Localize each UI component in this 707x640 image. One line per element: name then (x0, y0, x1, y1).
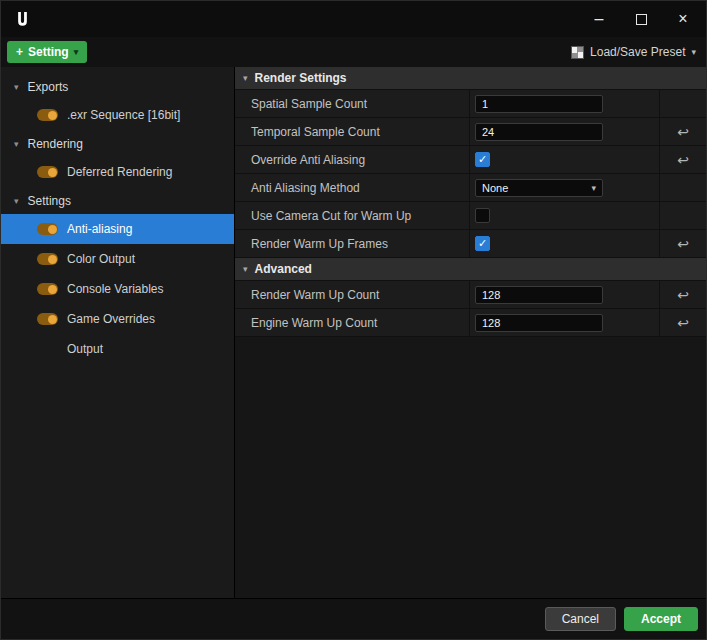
sidebar-item-label: Deferred Rendering (67, 165, 172, 179)
enabled-toggle[interactable] (37, 313, 58, 325)
section-label: Render Settings (255, 71, 347, 85)
reset-cell: ↩ (660, 146, 706, 173)
sidebar-item-console-variables[interactable]: Console Variables (1, 274, 234, 304)
preset-label: Load/Save Preset (590, 45, 685, 59)
sidebar-group-settings[interactable]: ▾Settings (1, 187, 234, 214)
sidebar-group-rendering[interactable]: ▾Rendering (1, 130, 234, 157)
reset-cell: ↩ (660, 281, 706, 308)
sidebar-item-output[interactable]: Output (1, 334, 234, 364)
render-settings-window: – × + Setting ▾ Load/Save Preset ▾ ▾Expo… (0, 0, 707, 640)
property-label: Temporal Sample Count (235, 118, 470, 145)
property-label: Render Warm Up Frames (235, 230, 470, 257)
use-camera-cut-for-warm-up-checkbox[interactable] (475, 208, 490, 223)
spatial-sample-count-input[interactable] (475, 95, 603, 113)
property-label: Anti Aliasing Method (235, 174, 470, 201)
enabled-toggle[interactable] (37, 253, 58, 265)
sidebar-item-anti-aliasing[interactable]: Anti-aliasing (1, 214, 234, 244)
property-row-temporal-sample-count: Temporal Sample Count↩ (235, 118, 706, 146)
minimize-button[interactable]: – (578, 3, 620, 35)
render-warm-up-count-input[interactable] (475, 286, 603, 304)
reset-to-default-icon[interactable]: ↩ (677, 236, 689, 252)
settings-sidebar: ▾Exports.exr Sequence [16bit]▾RenderingD… (1, 67, 234, 598)
toolbar: + Setting ▾ Load/Save Preset ▾ (1, 37, 706, 67)
toggle-spacer (37, 343, 58, 355)
section-header-advanced[interactable]: ▾Advanced (235, 258, 706, 281)
property-control (470, 90, 660, 117)
window-controls: – × (578, 3, 704, 35)
enabled-toggle[interactable] (37, 166, 58, 178)
sidebar-item-label: Color Output (67, 252, 135, 266)
property-label: Render Warm Up Count (235, 281, 470, 308)
accept-button[interactable]: Accept (624, 607, 698, 631)
chevron-down-icon: ▾ (243, 73, 248, 83)
chevron-down-icon: ▾ (14, 139, 19, 149)
section-label: Advanced (255, 262, 312, 276)
property-row-spatial-sample-count: Spatial Sample Count (235, 90, 706, 118)
sidebar-item-label: .exr Sequence [16bit] (67, 108, 180, 122)
property-row-override-anti-aliasing: Override Anti Aliasing✓↩ (235, 146, 706, 174)
property-label: Use Camera Cut for Warm Up (235, 202, 470, 229)
chevron-down-icon: ▾ (74, 47, 79, 57)
enabled-toggle[interactable] (37, 223, 58, 235)
cancel-button[interactable]: Cancel (545, 607, 616, 631)
sidebar-item-label: Output (67, 342, 103, 356)
reset-to-default-icon[interactable]: ↩ (677, 124, 689, 140)
maximize-button[interactable] (620, 3, 662, 35)
chevron-down-icon: ▾ (14, 82, 19, 92)
add-setting-label: Setting (28, 45, 69, 59)
property-control: ✓ (470, 230, 660, 257)
chevron-down-icon: ▾ (691, 47, 696, 57)
load-save-preset-button[interactable]: Load/Save Preset ▾ (571, 45, 696, 59)
dropdown-value: None (482, 182, 508, 194)
chevron-down-icon: ▾ (243, 264, 248, 274)
section-header-render-settings[interactable]: ▾Render Settings (235, 67, 706, 90)
maximize-icon (636, 14, 647, 25)
property-label: Engine Warm Up Count (235, 309, 470, 336)
enabled-toggle[interactable] (37, 283, 58, 295)
override-anti-aliasing-checkbox[interactable]: ✓ (475, 152, 490, 167)
property-control (470, 309, 660, 336)
add-setting-button[interactable]: + Setting ▾ (7, 41, 87, 63)
property-control: None▾ (470, 174, 660, 201)
anti-aliasing-method-dropdown[interactable]: None▾ (475, 179, 603, 197)
sidebar-item-color-output[interactable]: Color Output (1, 244, 234, 274)
sidebar-group-exports[interactable]: ▾Exports (1, 73, 234, 100)
property-row-render-warm-up-frames: Render Warm Up Frames✓↩ (235, 230, 706, 258)
sidebar-item-label: Anti-aliasing (67, 222, 132, 236)
property-row-use-camera-cut-for-warm-up: Use Camera Cut for Warm Up (235, 202, 706, 230)
details-panel: ▾Render SettingsSpatial Sample CountTemp… (234, 67, 706, 598)
engine-warm-up-count-input[interactable] (475, 314, 603, 332)
enabled-toggle[interactable] (37, 109, 58, 121)
temporal-sample-count-input[interactable] (475, 123, 603, 141)
content-area: ▾Exports.exr Sequence [16bit]▾RenderingD… (1, 67, 706, 598)
sidebar-group-label: Rendering (28, 137, 83, 151)
sidebar-item-label: Console Variables (67, 282, 164, 296)
reset-cell (660, 90, 706, 117)
reset-cell (660, 174, 706, 201)
reset-cell: ↩ (660, 118, 706, 145)
sidebar-item-exr-sequence-16bit[interactable]: .exr Sequence [16bit] (1, 100, 234, 130)
reset-cell: ↩ (660, 230, 706, 257)
reset-to-default-icon[interactable]: ↩ (677, 315, 689, 331)
property-control: ✓ (470, 146, 660, 173)
chevron-down-icon: ▾ (591, 183, 596, 193)
property-row-render-warm-up-count: Render Warm Up Count↩ (235, 281, 706, 309)
titlebar: – × (1, 1, 706, 37)
property-label: Override Anti Aliasing (235, 146, 470, 173)
reset-cell (660, 202, 706, 229)
sidebar-group-label: Exports (28, 80, 69, 94)
close-button[interactable]: × (662, 3, 704, 35)
reset-to-default-icon[interactable]: ↩ (677, 152, 689, 168)
property-row-engine-warm-up-count: Engine Warm Up Count↩ (235, 309, 706, 337)
sidebar-item-deferred-rendering[interactable]: Deferred Rendering (1, 157, 234, 187)
property-row-anti-aliasing-method: Anti Aliasing MethodNone▾ (235, 174, 706, 202)
preset-checker-icon (571, 46, 584, 59)
render-warm-up-frames-checkbox[interactable]: ✓ (475, 236, 490, 251)
sidebar-item-game-overrides[interactable]: Game Overrides (1, 304, 234, 334)
property-control (470, 281, 660, 308)
plus-icon: + (16, 45, 23, 59)
property-control (470, 202, 660, 229)
sidebar-group-label: Settings (28, 194, 71, 208)
reset-to-default-icon[interactable]: ↩ (677, 287, 689, 303)
unreal-engine-logo-icon (13, 10, 32, 29)
